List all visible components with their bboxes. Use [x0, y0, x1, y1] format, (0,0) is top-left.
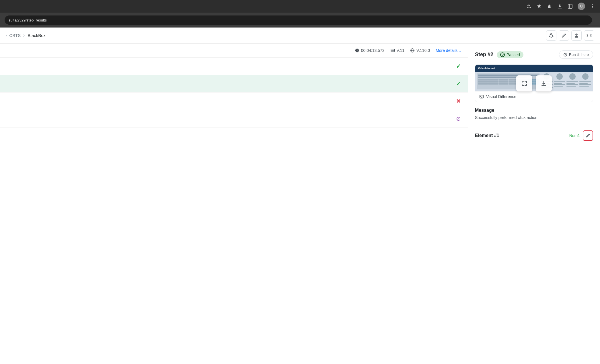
- step-label: Step #2 Passed: [475, 51, 523, 58]
- message-title: Message: [475, 108, 593, 113]
- step-row-status-4: ⊘: [456, 115, 461, 122]
- breadcrumb-cbts[interactable]: CBTS: [9, 33, 21, 38]
- steps-list: ✓ ✓ ✕ ⊘: [0, 58, 468, 128]
- pass-check-icon-2: ✓: [456, 80, 461, 87]
- address-text: sults/2329/step_results: [9, 18, 47, 22]
- browser-version-info: V.116.0: [410, 48, 430, 53]
- svg-point-3: [592, 6, 593, 7]
- breadcrumb: › CBTS > BlackBox: [6, 33, 546, 38]
- passed-badge: Passed: [497, 51, 523, 58]
- calc-site-name: Calculator.net: [478, 67, 495, 70]
- edit-header-button[interactable]: [559, 30, 569, 41]
- step-number: Step #2: [475, 52, 493, 58]
- calc-header-bar: Calculator.net: [475, 65, 593, 72]
- os-version-text: V.11: [397, 48, 405, 53]
- fail-x-icon: ✕: [456, 98, 461, 105]
- message-text: Successfully performed click action.: [475, 115, 593, 120]
- run-btn-label: Run till here: [569, 52, 589, 57]
- share-header-button[interactable]: [571, 30, 582, 41]
- breadcrumb-blackbox[interactable]: BlackBox: [28, 33, 46, 38]
- step-detail-header: Step #2 Passed Run till here: [475, 50, 593, 59]
- address-bar[interactable]: sults/2329/step_results: [5, 15, 592, 25]
- bug-report-button[interactable]: [546, 30, 556, 41]
- step-row-status: ✓: [456, 63, 461, 70]
- skip-icon: ⊘: [456, 115, 461, 122]
- svg-point-5: [550, 34, 553, 37]
- right-panel: Step #2 Passed Run till here: [468, 44, 600, 364]
- run-till-here-button[interactable]: Run till here: [559, 50, 593, 59]
- element-title: Element #1: [475, 133, 499, 138]
- more-details-link[interactable]: More details...: [436, 48, 461, 53]
- element-edit-button[interactable]: [583, 130, 593, 141]
- svg-line-7: [553, 35, 554, 35]
- visual-diff-label: Visual Difference: [486, 94, 516, 99]
- svg-marker-20: [565, 54, 566, 55]
- step-row[interactable]: ✓: [0, 58, 468, 75]
- share-browser-icon[interactable]: [526, 3, 532, 9]
- svg-point-2: [592, 4, 593, 5]
- step-row-status-3: ✕: [456, 98, 461, 105]
- breadcrumb-sep-1: >: [23, 33, 25, 38]
- pass-check-icon: ✓: [456, 63, 461, 70]
- svg-point-4: [592, 7, 593, 8]
- browser-menu-icon[interactable]: [590, 3, 595, 9]
- duration-info: 00:04:13.572: [355, 48, 385, 53]
- download-browser-icon[interactable]: [557, 3, 563, 9]
- browser-top-bar: U: [0, 0, 600, 13]
- download-screenshot-button[interactable]: [536, 75, 552, 91]
- svg-line-8: [549, 36, 550, 36]
- svg-rect-0: [568, 4, 572, 8]
- screenshot-container: Calculator.net: [475, 64, 593, 102]
- breadcrumb-chevron-left: ›: [6, 33, 7, 38]
- step-row-fail[interactable]: ✕: [0, 93, 468, 110]
- expand-screenshot-button[interactable]: [516, 75, 532, 91]
- passed-badge-dot: [500, 52, 505, 57]
- header-actions: [546, 30, 594, 41]
- svg-line-6: [549, 35, 550, 35]
- app-header: › CBTS > BlackBox: [0, 28, 600, 44]
- sidebar-browser-icon[interactable]: [567, 3, 573, 9]
- duration-text: 00:04:13.572: [361, 48, 385, 53]
- main-layout: 00:04:13.572 V.11 V.116.0: [0, 44, 600, 364]
- svg-line-9: [553, 36, 554, 36]
- address-bar-row: sults/2329/step_results: [0, 13, 600, 28]
- user-avatar[interactable]: U: [578, 3, 585, 10]
- element-section: Element #1 Num1: [475, 127, 593, 144]
- svg-point-23: [480, 96, 481, 96]
- os-version-info: V.11: [390, 48, 405, 53]
- step-row-skip[interactable]: ⊘: [0, 110, 468, 128]
- test-info-bar: 00:04:13.572 V.11 V.116.0: [0, 44, 468, 58]
- puzzle-browser-icon[interactable]: [547, 3, 552, 9]
- element-num-label: Num1: [569, 133, 580, 138]
- expand-header-button[interactable]: [584, 30, 594, 41]
- passed-badge-text: Passed: [507, 52, 520, 57]
- screenshot-overlay-buttons: [516, 75, 552, 91]
- left-panel: 00:04:13.572 V.11 V.116.0: [0, 44, 468, 364]
- visual-difference-bar[interactable]: Visual Difference: [475, 91, 593, 102]
- browser-version-text: V.116.0: [416, 48, 430, 53]
- star-browser-icon[interactable]: [536, 3, 542, 9]
- element-actions: Num1: [569, 130, 593, 141]
- step-row-selected[interactable]: ✓: [0, 75, 468, 93]
- message-section: Message Successfully performed click act…: [475, 108, 593, 120]
- step-row-status-2: ✓: [456, 80, 461, 87]
